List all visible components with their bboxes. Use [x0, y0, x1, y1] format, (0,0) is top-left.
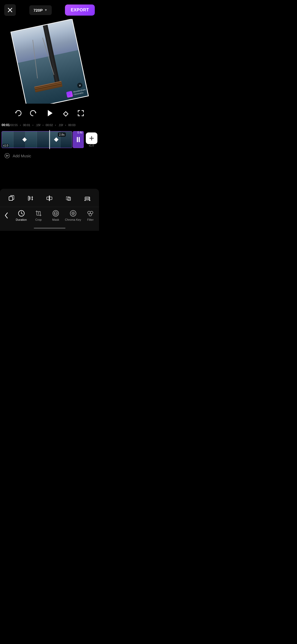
main-video-clip[interactable]: 2.8s x1.0	[2, 131, 72, 148]
svg-marker-6	[48, 110, 53, 116]
fullscreen-button[interactable]	[76, 108, 86, 118]
filter-nav-label: Filter	[87, 218, 93, 221]
chroma-key-nav-item[interactable]: Chroma Key	[65, 210, 81, 221]
pause-icon	[77, 137, 80, 142]
svg-marker-4	[15, 112, 17, 113]
watermark-badge	[66, 91, 73, 98]
tail-clip[interactable]: 0.4s	[73, 131, 84, 148]
duration-nav-label: Duration	[16, 218, 27, 221]
video-frame: ✕ WondershareFilmoraGo	[10, 19, 89, 104]
add-clip-container: x1.0	[85, 132, 97, 147]
trim-tool-button[interactable]	[24, 192, 37, 205]
filter-nav-item[interactable]: Filter	[82, 210, 98, 221]
timeline-ruler: 00:01/00:55 • 00:01 • .15f • 00:02 • .15…	[0, 123, 99, 130]
mask-nav-item[interactable]: Mask	[48, 210, 64, 221]
mask-nav-label: Mask	[52, 218, 59, 221]
add-music-label: Add Music	[13, 154, 31, 158]
home-bar	[34, 228, 65, 229]
play-button[interactable]	[43, 107, 56, 119]
crop-nav-item[interactable]: Crop	[31, 210, 46, 221]
resize-tool-button[interactable]	[62, 192, 75, 205]
style-tool-button[interactable]	[81, 192, 94, 205]
chroma-key-icon	[69, 210, 77, 217]
home-indicator	[0, 226, 99, 231]
speed-badge-right: x1.0	[89, 144, 94, 147]
svg-marker-30	[49, 200, 50, 201]
timeline-container: 00:01/00:55 • 00:01 • .15f • 00:02 • .15…	[0, 123, 99, 189]
resolution-label: 720P	[34, 8, 43, 12]
crop-icon	[35, 210, 42, 217]
clip-row[interactable]: 2.8s x1.0 0.4s	[0, 130, 99, 149]
video-frame-inner: ✕ WondershareFilmoraGo	[10, 19, 89, 104]
chroma-key-nav-label: Chroma Key	[65, 218, 81, 221]
svg-rect-16	[9, 197, 13, 200]
ruler-text: 00:01/00:55 • 00:01 • .15f • 00:02 • .15…	[0, 123, 99, 127]
thumb-4	[37, 131, 49, 148]
filter-icon	[87, 210, 94, 217]
rewind-button[interactable]	[13, 108, 23, 118]
timeline-track-area: 2.8s x1.0 0.4s	[0, 130, 99, 149]
top-bar: 720P ▼ EXPORT	[0, 0, 99, 19]
resolution-button[interactable]: 720P ▼	[29, 5, 52, 15]
add-clip-button[interactable]	[86, 132, 97, 144]
crop-nav-label: Crop	[35, 218, 42, 221]
clip-duration-badge: 2.8s	[58, 132, 66, 137]
app-wrapper: 720P ▼ EXPORT ✕	[0, 0, 99, 231]
tail-duration-badge: 0.4s	[77, 131, 82, 134]
video-preview: ✕ WondershareFilmoraGo	[0, 19, 99, 104]
duration-nav-item[interactable]: Duration	[13, 210, 29, 221]
keyframe-button[interactable]	[60, 108, 71, 118]
thumb-3	[25, 131, 37, 148]
nav-items: Duration Crop	[13, 210, 99, 221]
mask-icon	[52, 210, 59, 217]
bottom-toolbar	[0, 189, 99, 207]
svg-point-42	[89, 200, 90, 201]
bottom-nav: Duration Crop	[0, 207, 99, 226]
svg-marker-5	[35, 112, 36, 113]
nav-back-button[interactable]	[0, 209, 13, 222]
svg-point-11	[7, 155, 8, 156]
split-tool-button[interactable]	[43, 192, 56, 205]
svg-point-61	[89, 213, 92, 216]
current-time: 00:01	[2, 123, 10, 127]
svg-rect-27	[50, 197, 52, 200]
svg-rect-18	[28, 196, 29, 200]
close-button[interactable]	[4, 4, 16, 16]
playback-controls	[0, 104, 99, 123]
svg-point-41	[84, 200, 86, 201]
dropdown-arrow: ▼	[44, 8, 48, 12]
svg-rect-26	[47, 197, 49, 200]
duration-icon	[18, 210, 25, 217]
svg-rect-7	[63, 112, 68, 116]
duplicate-tool-button[interactable]	[5, 192, 18, 205]
speed-badge-left: x1.0	[2, 144, 9, 147]
timeline-empty	[0, 162, 99, 189]
svg-marker-29	[49, 195, 50, 196]
svg-line-45	[21, 213, 23, 214]
redo-button[interactable]	[28, 108, 39, 118]
add-music-button[interactable]: Add Music	[0, 149, 99, 162]
svg-point-58	[73, 213, 74, 214]
export-button[interactable]: EXPORT	[65, 4, 95, 16]
